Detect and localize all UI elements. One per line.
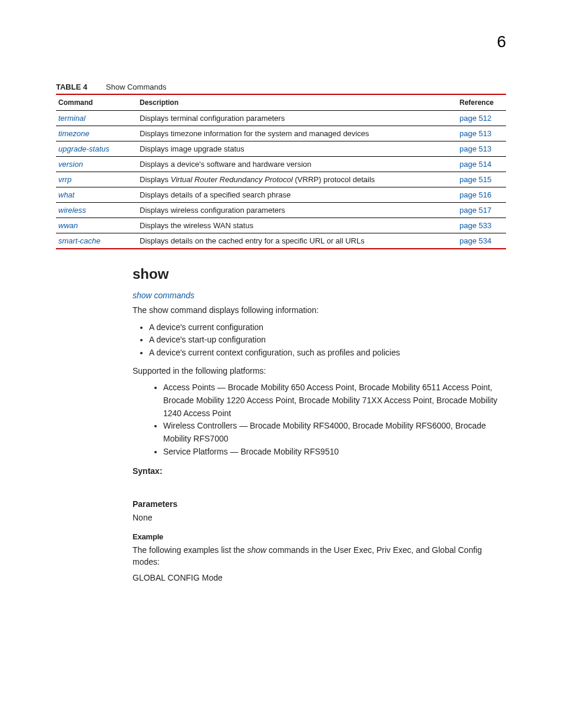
- list-item: Service Platforms — Brocade Mobility RFS…: [163, 446, 506, 459]
- ref-link[interactable]: page 512: [459, 114, 491, 123]
- col-command: Command: [56, 94, 137, 111]
- section-sublink[interactable]: show commands: [133, 291, 506, 300]
- bullet-list-1: A device's current configuration A devic…: [133, 321, 506, 360]
- ref-link[interactable]: page 533: [459, 221, 491, 230]
- syntax-heading: Syntax:: [133, 466, 506, 476]
- ref-link[interactable]: page 517: [459, 206, 491, 215]
- cmd-link-vrrp[interactable]: vrrp: [58, 175, 71, 184]
- table-caption: TABLE 4 Show Commands: [56, 83, 506, 91]
- table-header-row: Command Description Reference: [56, 94, 506, 111]
- desc-cell: Displays Virtual Router Redundancy Proto…: [137, 172, 457, 187]
- section-body: show show commands The show command disp…: [133, 266, 506, 584]
- intro-paragraph: The show command displays following info…: [133, 305, 506, 317]
- supported-intro: Supported in the following platforms:: [133, 365, 506, 377]
- desc-cell: Displays wireless configuration paramete…: [137, 203, 457, 218]
- section-heading-show: show: [133, 266, 506, 282]
- table-title: Show Commands: [106, 83, 167, 91]
- desc-cell: Displays image upgrade status: [137, 141, 457, 157]
- parameters-heading: Parameters: [133, 499, 506, 509]
- desc-cell: Displays terminal configuration paramete…: [137, 111, 457, 126]
- parameters-body: None: [133, 512, 506, 524]
- ref-link[interactable]: page 514: [459, 160, 491, 169]
- list-item: Access Points — Brocade Mobility 650 Acc…: [163, 381, 506, 420]
- cmd-link-terminal[interactable]: terminal: [58, 114, 85, 123]
- table-row: upgrade-status Displays image upgrade st…: [56, 141, 506, 157]
- italic-span: Virtual Router Redundancy Protocol: [171, 175, 293, 184]
- table-row: terminal Displays terminal configuration…: [56, 111, 506, 126]
- cmd-link-upgrade-status[interactable]: upgrade-status: [58, 144, 110, 153]
- example-heading: Example: [133, 532, 506, 541]
- table-row: what Displays details of a specified sea…: [56, 187, 506, 203]
- cmd-link-what[interactable]: what: [58, 190, 74, 199]
- desc-cell: Displays a device's software and hardwar…: [137, 157, 457, 172]
- desc-cell: Displays details of a specified search p…: [137, 187, 457, 203]
- table-row: version Displays a device's software and…: [56, 157, 506, 172]
- ref-link[interactable]: page 513: [459, 144, 491, 153]
- table-label: TABLE 4: [56, 83, 87, 91]
- col-reference: Reference: [457, 94, 506, 111]
- list-item: A device's current context configuration…: [149, 347, 506, 360]
- cmd-link-wwan[interactable]: wwan: [58, 221, 78, 230]
- ref-link[interactable]: page 513: [459, 129, 491, 138]
- cmd-link-timezone[interactable]: timezone: [58, 129, 90, 138]
- table-row: wireless Displays wireless configuration…: [56, 203, 506, 218]
- ref-link[interactable]: page 516: [459, 190, 491, 199]
- col-description: Description: [137, 94, 457, 111]
- global-config-mode: GLOBAL CONFIG Mode: [133, 572, 506, 584]
- table-row: vrrp Displays Virtual Router Redundancy …: [56, 172, 506, 187]
- spacer: [133, 479, 506, 491]
- example-intro: The following examples list the show com…: [133, 545, 506, 568]
- show-commands-table: Command Description Reference terminal D…: [56, 94, 506, 249]
- desc-cell: Displays the wireless WAN status: [137, 218, 457, 233]
- desc-cell: Displays timezone information for the sy…: [137, 126, 457, 141]
- table-row: smart-cache Displays details on the cach…: [56, 233, 506, 249]
- bullet-list-2: Access Points — Brocade Mobility 650 Acc…: [133, 381, 506, 458]
- page: 6 TABLE 4 Show Commands Command Descript…: [0, 0, 562, 728]
- ref-link[interactable]: page 534: [459, 236, 491, 245]
- page-number: 6: [497, 32, 506, 51]
- list-item: A device's start-up configuration: [149, 334, 506, 347]
- desc-cell: Displays details on the cached entry for…: [137, 233, 457, 249]
- list-item: Wireless Controllers — Brocade Mobility …: [163, 420, 506, 445]
- table-row: timezone Displays timezone information f…: [56, 126, 506, 141]
- list-item: A device's current configuration: [149, 321, 506, 334]
- italic-span: show: [247, 545, 267, 555]
- cmd-link-smart-cache[interactable]: smart-cache: [58, 236, 101, 245]
- ref-link[interactable]: page 515: [459, 175, 491, 184]
- cmd-link-wireless[interactable]: wireless: [58, 206, 86, 215]
- cmd-link-version[interactable]: version: [58, 160, 83, 169]
- table-row: wwan Displays the wireless WAN status pa…: [56, 218, 506, 233]
